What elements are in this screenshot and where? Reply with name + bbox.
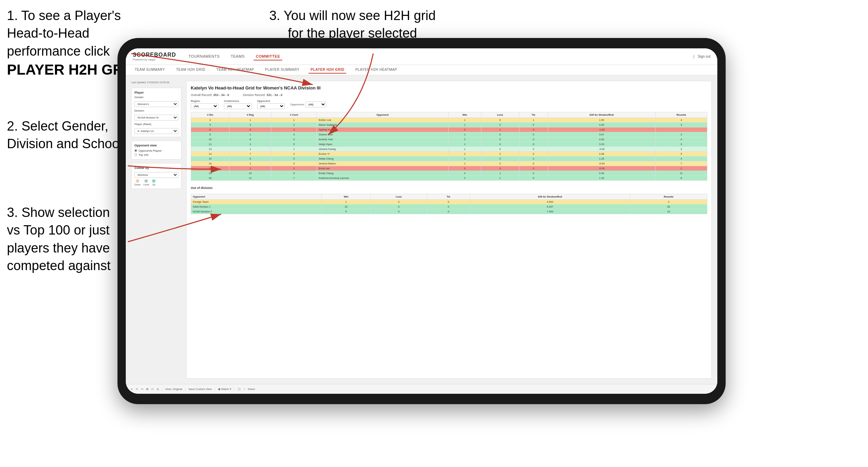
nav-tab-teams[interactable]: TEAMS <box>229 53 247 60</box>
cell-div: 18 <box>191 166 229 171</box>
out-division-table: Opponent Win Loss Tie Diff Av Strokes/Rn… <box>191 194 707 214</box>
cell-conf: 1 <box>271 118 317 123</box>
cell-conf: 3 <box>271 127 317 132</box>
cell-opponent: Esther Lee <box>317 118 449 123</box>
sign-out-link[interactable]: Sign out <box>698 55 710 58</box>
cell-reg: 2 <box>229 123 271 127</box>
out-cell-opponent: NAIA Division 1 <box>191 204 322 209</box>
out-cell-loss: 0 <box>370 200 427 204</box>
cell-reg: 1 <box>229 161 271 166</box>
cell-diff: 4.00 <box>548 123 655 127</box>
opponents-value-select[interactable]: (All) <box>305 102 326 107</box>
out-th-loss: Loss <box>370 194 427 200</box>
cell-rounds: 4 <box>655 118 707 123</box>
conference-select[interactable]: (All) <box>224 103 252 109</box>
cell-reg: 3 <box>229 127 271 132</box>
cell-reg: 1 <box>229 118 271 123</box>
table-row: 5 2 2 Alexis Sudjianto 1 0 0 4.00 3 <box>191 123 707 127</box>
bottom-toolbar: ↩ ↩ ↪ ⊞ ↩ ◷ | View: Original | Save Cust… <box>126 384 717 394</box>
cell-tie: 0 <box>519 132 548 137</box>
cell-reg: 8 <box>229 156 271 161</box>
cell-conf: 1 <box>271 147 317 152</box>
sub-tab-team-summary[interactable]: TEAM SUMMARY <box>133 66 167 74</box>
opponent-select[interactable]: (All) <box>257 103 285 109</box>
legend-dot-level <box>144 179 148 183</box>
toolbar-save-custom[interactable]: Save Custom View <box>188 388 211 391</box>
opponent-view-radio-group: Opponents Played Top 100 <box>134 149 178 156</box>
cell-opponent: Eunice Yi <box>317 152 449 156</box>
cell-tie: 0 <box>519 152 548 156</box>
cell-tie: 0 <box>519 123 548 127</box>
toolbar-share[interactable]: Share <box>248 388 255 391</box>
cell-win: 0 <box>449 127 481 132</box>
toolbar-refresh[interactable]: ↩ <box>151 388 154 391</box>
th-tie: Tie <box>519 112 548 118</box>
cell-win: 1 <box>449 132 481 137</box>
toolbar-view-original[interactable]: View: Original <box>165 388 182 391</box>
header-pipe: | <box>694 55 695 58</box>
nav-tab-tournaments[interactable]: TOURNAMENTS <box>187 53 222 60</box>
cell-conf: 5 <box>271 156 317 161</box>
cell-div: 10 <box>191 137 229 142</box>
cell-rounds: 3 <box>655 132 707 137</box>
cell-rounds: 4 <box>655 156 707 161</box>
toolbar-watch[interactable]: ◉ Watch ▾ <box>218 388 231 391</box>
cell-win: 1 <box>449 161 481 166</box>
cell-opponent: Heejo Hyun <box>317 142 449 147</box>
sidebar-timestamp: Last Updated: 27/03/2024 16:55:38 <box>131 81 181 84</box>
cell-tie: 0 <box>519 171 548 176</box>
cell-win: 2 <box>449 152 481 156</box>
colour-by-select[interactable]: Win/loss <box>134 172 178 178</box>
toolbar-undo2[interactable]: ↩ <box>136 388 138 391</box>
legend-label-up: Up <box>152 183 155 186</box>
toolbar-undo1[interactable]: ↩ <box>131 388 133 391</box>
toolbar-grid[interactable]: ⊞ <box>146 388 149 391</box>
out-cell-win: 5 <box>322 209 370 214</box>
radio-top100[interactable]: Top 100 <box>134 153 178 156</box>
nav-tab-committee[interactable]: COMMITTEE <box>254 53 282 60</box>
legend-label-down: Down <box>134 183 141 186</box>
player-rank-label: Player (Rank) <box>134 123 178 126</box>
cell-rounds: 2 <box>655 166 707 171</box>
toolbar-redo[interactable]: ↪ <box>141 388 143 391</box>
sub-tab-player-h2h-grid[interactable]: PLAYER H2H GRID <box>309 66 347 74</box>
filter-group-conference: Conference (All) <box>224 99 252 109</box>
gender-select[interactable]: Women's Men's <box>134 101 178 107</box>
cell-reg: 1 <box>229 132 271 137</box>
out-cell-rounds: 30 <box>630 204 707 209</box>
toolbar-layout[interactable]: ⬜ <box>237 388 241 391</box>
logo-area: SCOREBOARD Powered by clippd <box>133 52 176 61</box>
cell-diff: -0.94 <box>548 161 655 166</box>
out-cell-loss: 0 <box>370 204 427 209</box>
radio-opponents-played[interactable]: Opponents Played <box>134 149 178 152</box>
sub-tab-team-h2h-heatmap[interactable]: TEAM H2H HEATMAP <box>214 66 256 74</box>
cell-conf: 3 <box>271 161 317 166</box>
instruction-bottom-left: 3. Show selection vs Top 100 or just pla… <box>7 204 124 275</box>
out-th-opponent: Opponent <box>191 194 322 200</box>
out-cell-diff: 4.500 <box>470 200 630 204</box>
cell-loss: 0 <box>481 142 519 147</box>
region-select[interactable]: (All) <box>191 103 218 109</box>
player-rank-select[interactable]: 8. Katelyn Vo <box>134 128 178 134</box>
cell-loss: 0 <box>481 118 519 123</box>
radio-dot-opponents <box>134 149 137 152</box>
out-cell-diff: 7.400 <box>470 209 630 214</box>
sub-tab-player-summary[interactable]: PLAYER SUMMARY <box>263 66 301 74</box>
opponent-view-label: Opponent view <box>134 144 178 147</box>
cell-win: 0 <box>449 166 481 171</box>
cell-div: 11 <box>191 142 229 147</box>
sub-tab-team-h2h-grid[interactable]: TEAM H2H GRID <box>174 66 208 74</box>
cell-div: 6 <box>191 127 229 132</box>
division-select[interactable]: NCAA Division III NCAA Division I NCAA D… <box>134 115 178 121</box>
toolbar-sort[interactable]: ↕ <box>244 388 245 391</box>
cell-diff: 3.33 <box>548 142 655 147</box>
sub-tab-player-h2h-heatmap[interactable]: PLAYER H2H HEATMAP <box>353 66 399 74</box>
cell-conf: 6 <box>271 171 317 176</box>
table-row: 11 2 5 Heejo Hyun 1 0 0 3.33 3 <box>191 142 707 147</box>
out-cell-opponent: NCAA Division 2 <box>191 209 322 214</box>
toolbar-clock[interactable]: ◷ <box>157 388 159 391</box>
cell-reg: 11 <box>229 176 271 181</box>
cell-div: 19 <box>191 171 229 176</box>
cell-win: 1 <box>449 147 481 152</box>
out-cell-diff: 9.267 <box>470 204 630 209</box>
